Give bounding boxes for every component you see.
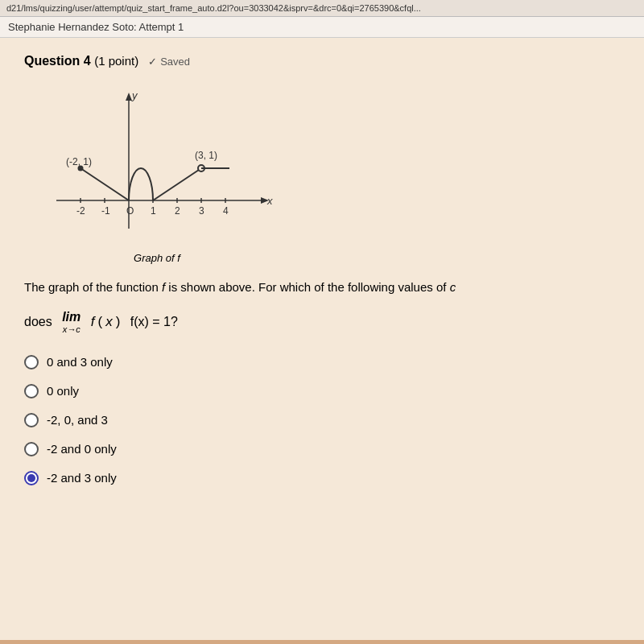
list-item[interactable]: -2, 0, and 3	[24, 413, 620, 427]
lim-block: lim x→c	[62, 310, 80, 334]
point-3-1-label: (3, 1)	[195, 150, 217, 161]
graph-label: Graph of f	[40, 252, 274, 264]
option-label-1: 0 and 3 only	[47, 355, 113, 369]
text-before: The graph of the function	[24, 280, 159, 294]
radio-option-4[interactable]	[24, 442, 39, 456]
x-axis-label: x	[266, 195, 273, 207]
checkmark-icon: ✓	[148, 56, 157, 68]
f-italic: f	[162, 280, 165, 294]
graph-label-text: Graph of f	[134, 252, 180, 264]
graph-container: x y -2 -1 O 1 2 3 4	[40, 88, 274, 264]
point-neg2-1-label: (-2, 1)	[66, 156, 92, 167]
limit-x-var: x	[105, 314, 113, 330]
function-graph: x y -2 -1 O 1 2 3 4	[40, 88, 274, 249]
saved-badge: ✓ Saved	[148, 56, 190, 68]
x-tick-neg2: -2	[76, 205, 85, 217]
x-tick-3: 3	[199, 205, 204, 217]
y-axis-label: y	[131, 89, 138, 101]
option-label-2: 0 only	[47, 384, 79, 398]
limit-close-paren: )	[116, 314, 121, 330]
x-tick-2: 2	[175, 205, 180, 217]
option-label-4: -2 and 0 only	[47, 442, 117, 456]
url-text: d21/lms/quizzing/user/attempt/quiz_start…	[6, 3, 421, 13]
list-item[interactable]: 0 and 3 only	[24, 355, 620, 369]
x-tick-1: 1	[151, 205, 156, 217]
lim-word: lim	[62, 310, 80, 324]
radio-option-1[interactable]	[24, 355, 39, 369]
question-number: Question 4	[24, 54, 91, 68]
list-item[interactable]: -2 and 3 only	[24, 471, 620, 485]
text-after: is shown above. For which of the followi…	[168, 280, 446, 294]
option-label-3: -2, 0, and 3	[47, 413, 108, 427]
x-tick-neg1: -1	[101, 205, 110, 217]
svg-line-11	[153, 168, 201, 200]
svg-line-10	[80, 168, 129, 200]
browser-url-bar: d21/lms/quizzing/user/attempt/quiz_start…	[0, 0, 644, 17]
question-header: Question 4 (1 point) ✓ Saved	[24, 54, 620, 68]
does-label: does	[24, 315, 52, 329]
question-text: The graph of the function f is shown abo…	[24, 279, 620, 297]
x-tick-0: O	[126, 205, 134, 217]
saved-label: Saved	[160, 56, 190, 68]
attempt-bar: Stephanie Hernandez Soto: Attempt 1	[0, 17, 644, 38]
attempt-label: Stephanie Hernandez Soto: Attempt 1	[8, 21, 184, 33]
question-points: (1 point)	[94, 54, 138, 68]
option-label-5: -2 and 3 only	[47, 471, 117, 485]
limit-equals: f(x) = 1?	[130, 315, 178, 329]
limit-expression: does lim x→c f(x) f(x) = 1?	[24, 310, 178, 334]
limit-paren-x: (	[97, 314, 102, 330]
x-tick-4: 4	[223, 205, 229, 217]
question-title: Question 4 (1 point)	[24, 54, 138, 68]
main-content: Question 4 (1 point) ✓ Saved x y	[0, 38, 644, 640]
svg-marker-1	[126, 93, 132, 101]
list-item[interactable]: 0 only	[24, 384, 620, 398]
lim-subscript: x→c	[63, 324, 80, 334]
limit-func: f	[91, 314, 95, 330]
list-item[interactable]: -2 and 0 only	[24, 442, 620, 456]
options-list: 0 and 3 only 0 only -2, 0, and 3 -2 and …	[24, 355, 620, 485]
radio-option-5[interactable]	[24, 471, 39, 485]
radio-option-2[interactable]	[24, 384, 39, 398]
c-italic: c	[450, 280, 456, 294]
svg-point-14	[78, 166, 84, 171]
radio-option-3[interactable]	[24, 413, 39, 427]
